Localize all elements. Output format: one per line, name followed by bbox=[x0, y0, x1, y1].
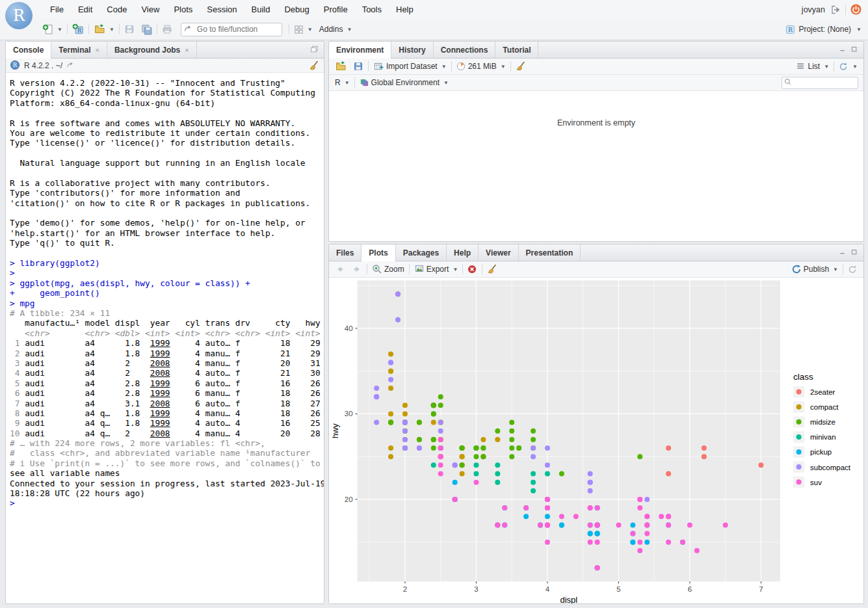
import-dataset-button[interactable]: Import Dataset▼ bbox=[371, 61, 449, 72]
menu-plots[interactable]: Plots bbox=[166, 0, 200, 19]
memory-pie-icon bbox=[456, 62, 466, 72]
plot-display-area: 234567203040displhwyclass2seatercompactm… bbox=[329, 278, 863, 604]
tab-packages[interactable]: Packages bbox=[396, 245, 447, 261]
publish-button[interactable]: Publish▼ bbox=[789, 263, 840, 275]
menu-edit[interactable]: Edit bbox=[71, 0, 99, 19]
refresh-environment-button[interactable]: ▼ bbox=[837, 61, 860, 72]
console-line: 6 audi a4 2.8 1999 6 manu… f 18 26 bbox=[10, 388, 324, 398]
list-view-button[interactable]: List▼ bbox=[795, 61, 831, 72]
remove-plot-button[interactable] bbox=[466, 264, 479, 275]
tab-background-jobs[interactable]: Background Jobs× bbox=[107, 42, 197, 58]
zoom-plot-button[interactable]: Zoom bbox=[370, 263, 406, 275]
save-workspace-button[interactable] bbox=[351, 60, 365, 72]
export-image-icon bbox=[414, 265, 425, 274]
console-line: Natural language support but running in … bbox=[10, 158, 324, 168]
goto-file-input[interactable] bbox=[181, 23, 282, 36]
sign-out-icon[interactable] bbox=[830, 5, 841, 15]
tab-tutorial[interactable]: Tutorial bbox=[495, 42, 538, 58]
load-workspace-button[interactable] bbox=[333, 60, 349, 72]
r-project-icon: R bbox=[785, 25, 795, 34]
divider bbox=[843, 264, 843, 274]
clear-console-icon[interactable] bbox=[309, 60, 319, 71]
zoom-label: Zoom bbox=[384, 265, 404, 274]
tab-help[interactable]: Help bbox=[447, 245, 479, 261]
tab-connections[interactable]: Connections bbox=[434, 42, 496, 58]
print-icon bbox=[162, 24, 172, 34]
tab-files[interactable]: Files bbox=[329, 245, 362, 261]
clear-plots-button[interactable] bbox=[485, 263, 499, 275]
previous-plot-button[interactable] bbox=[333, 264, 347, 275]
svg-text:subcompact: subcompact bbox=[810, 464, 851, 471]
print-button[interactable] bbox=[160, 23, 174, 35]
divider bbox=[367, 264, 367, 274]
svg-text:compact: compact bbox=[810, 403, 839, 411]
export-plot-button[interactable]: Export▼ bbox=[412, 264, 460, 274]
username: jovyan bbox=[802, 5, 825, 14]
maximize-icon[interactable] bbox=[851, 249, 859, 257]
open-folder-icon bbox=[335, 61, 347, 72]
tab-viewer[interactable]: Viewer bbox=[479, 245, 518, 261]
menu-file[interactable]: File bbox=[43, 0, 71, 19]
console-line: 18:18:28 UTC (22 hours ago) bbox=[10, 488, 324, 498]
goto-arrow-icon bbox=[184, 25, 193, 34]
console-line: # … with 224 more rows, 2 more variables… bbox=[10, 438, 324, 448]
addins-button[interactable]: Addins▼ bbox=[317, 24, 354, 34]
clear-environment-button[interactable] bbox=[514, 60, 528, 72]
close-icon[interactable]: × bbox=[185, 46, 189, 54]
open-file-button[interactable]: ▼ bbox=[92, 23, 116, 35]
console-output[interactable]: R version 4.2.2 (2022-10-31) -- "Innocen… bbox=[6, 73, 324, 509]
maximize-icon[interactable] bbox=[851, 46, 859, 54]
menu-session[interactable]: Session bbox=[200, 0, 244, 19]
menu-debug[interactable]: Debug bbox=[277, 0, 316, 19]
next-plot-button[interactable] bbox=[350, 264, 364, 275]
svg-text:3: 3 bbox=[474, 585, 478, 593]
new-project-button[interactable]: R bbox=[70, 23, 86, 36]
divider bbox=[510, 61, 511, 72]
forward-arrow-icon bbox=[352, 265, 362, 274]
project-selector[interactable]: R Project: (None) ▼ bbox=[785, 25, 868, 34]
environment-selector[interactable]: Global Environment▼ bbox=[358, 77, 451, 88]
console-line: Type 'contributors()' for more informati… bbox=[10, 188, 324, 198]
main-header: R FileEditCodeViewPlotsSessionBuildDebug… bbox=[0, 0, 868, 40]
pane-layout-icon[interactable] bbox=[310, 46, 319, 54]
tab-environment[interactable]: Environment bbox=[329, 42, 391, 58]
new-file-button[interactable]: ▼ bbox=[40, 23, 64, 36]
menu-code[interactable]: Code bbox=[99, 0, 134, 19]
save-button[interactable] bbox=[122, 23, 137, 35]
minimize-icon[interactable] bbox=[839, 46, 847, 54]
tab-plots[interactable]: Plots bbox=[362, 245, 395, 261]
refresh-icon bbox=[839, 62, 848, 72]
environment-search-input[interactable] bbox=[782, 77, 858, 89]
tab-presentation[interactable]: Presentation bbox=[519, 245, 581, 261]
divider bbox=[67, 24, 68, 34]
save-all-button[interactable] bbox=[139, 23, 154, 36]
language-selector[interactable]: R▼ bbox=[333, 77, 352, 88]
divider bbox=[289, 24, 289, 34]
minimize-icon[interactable] bbox=[839, 249, 847, 257]
power-icon[interactable] bbox=[850, 4, 861, 15]
tab-terminal[interactable]: Terminal× bbox=[51, 42, 107, 58]
goto-file-search bbox=[181, 23, 282, 36]
console-line: > ggplot(mpg, aes(displ, hwy, colour = c… bbox=[10, 278, 324, 288]
menu-profile[interactable]: Profile bbox=[317, 0, 355, 19]
menu-view[interactable]: View bbox=[134, 0, 166, 19]
tab-history[interactable]: History bbox=[391, 42, 433, 58]
divider bbox=[88, 24, 89, 34]
console-line: 'help.start()' for an HTML browser inter… bbox=[10, 228, 324, 238]
menu-help[interactable]: Help bbox=[389, 0, 421, 19]
share-arrow-icon[interactable] bbox=[66, 61, 75, 70]
menu-build[interactable]: Build bbox=[244, 0, 278, 19]
console-line: # A tibble: 234 × 11 bbox=[10, 308, 324, 318]
menu-tools[interactable]: Tools bbox=[355, 0, 389, 19]
memory-usage-button[interactable]: 261 MiB▼ bbox=[454, 61, 508, 72]
console-line: 9 audi a4 q… 1.8 1999 4 auto… 4 16 25 bbox=[10, 418, 324, 428]
import-dataset-label: Import Dataset bbox=[386, 62, 438, 71]
refresh-plot-button[interactable] bbox=[846, 264, 860, 275]
divider bbox=[157, 24, 157, 34]
zoom-magnifier-icon bbox=[372, 264, 382, 274]
close-icon[interactable]: × bbox=[95, 46, 99, 54]
workspace-panes-button[interactable]: ▼ bbox=[292, 24, 315, 35]
environment-tabstrip: EnvironmentHistoryConnectionsTutorial bbox=[329, 42, 863, 59]
environment-pane: EnvironmentHistoryConnectionsTutorial Im… bbox=[328, 41, 864, 242]
tab-console[interactable]: Console bbox=[6, 42, 51, 58]
